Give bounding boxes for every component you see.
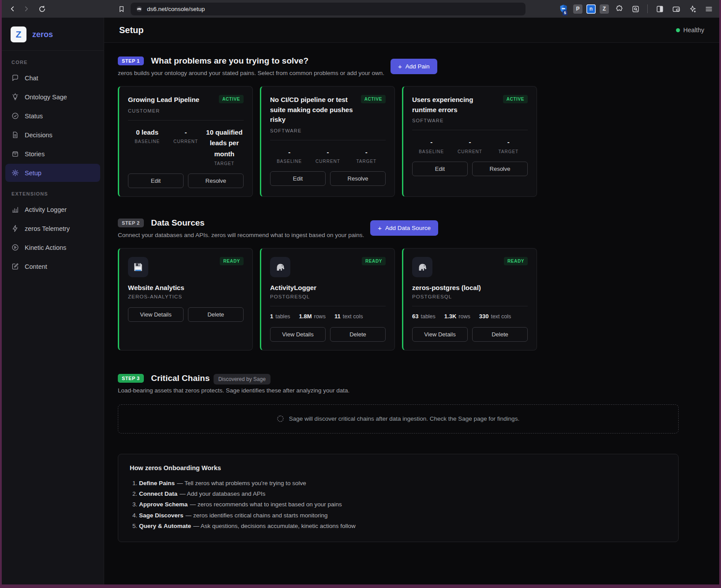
bookmark-icon[interactable]	[115, 2, 128, 15]
page-title: Setup	[119, 25, 144, 35]
wallet-icon[interactable]	[670, 3, 682, 15]
baseline-label: BASELINE	[128, 139, 166, 144]
current-value: -	[451, 137, 489, 148]
view-details-button[interactable]: View Details	[412, 327, 468, 342]
reload-icon[interactable]	[35, 2, 49, 15]
back-icon[interactable]	[6, 2, 19, 15]
main-panel: Setup Healthy STEP 1 What problems are y…	[104, 18, 719, 584]
ready-badge: READY	[362, 257, 386, 265]
url-bar[interactable]: ds6.net/console/setup	[131, 3, 526, 15]
view-details-button[interactable]: View Details	[128, 307, 184, 322]
pain-metrics: 0 leads BASELINE - CURRENT 10 qualified …	[128, 127, 244, 166]
url-text: ds6.net/console/setup	[147, 6, 205, 12]
target-label: TARGET	[489, 149, 528, 154]
resolve-button[interactable]: Resolve	[330, 171, 386, 186]
source-type: POSTGRESQL	[270, 294, 386, 299]
pain-title: Users experiencing runtime errors	[412, 95, 499, 115]
document-icon	[11, 131, 19, 139]
health-label: Healthy	[683, 26, 704, 34]
extension-n-icon[interactable]: n	[586, 4, 596, 14]
ai-sparkle-icon[interactable]	[686, 3, 698, 15]
extension-p-icon[interactable]: P	[573, 4, 582, 14]
delete-button[interactable]: Delete	[188, 307, 244, 322]
section-pains: STEP 1 What problems are you trying to s…	[118, 56, 679, 197]
stat-rows: 1.3Krows	[444, 313, 470, 320]
plus-icon: +	[378, 225, 382, 231]
sidebar-item-ontology-sage[interactable]: Ontology Sage	[5, 88, 100, 106]
lightning-icon	[11, 225, 19, 232]
onboarding-info-box: How zeros Onboarding Works Define Pains—…	[118, 454, 679, 542]
health-dot-icon	[676, 28, 680, 32]
empty-message: Sage will discover critical chains after…	[289, 415, 519, 422]
add-data-source-button[interactable]: + Add Data Source	[370, 220, 438, 236]
pain-metrics: - BASELINE - CURRENT - T	[270, 147, 386, 164]
current-label: CURRENT	[451, 149, 489, 154]
onboarding-title: How zeros Onboarding Works	[130, 464, 667, 471]
extension-z-icon[interactable]: Z	[600, 4, 609, 14]
source-type: POSTGRESQL	[412, 294, 528, 299]
bar-chart-icon	[11, 206, 19, 213]
baseline-value: -	[412, 137, 451, 148]
page-header: Setup Healthy	[104, 18, 719, 43]
step3-subtitle: Load-bearing assets that zeros protects.…	[118, 387, 349, 394]
extensions-puzzle-icon[interactable]	[613, 3, 625, 15]
delete-button[interactable]: Delete	[472, 327, 528, 342]
target-value: 10 qualified leads per month	[205, 127, 244, 160]
resolve-button[interactable]: Resolve	[188, 173, 244, 188]
brand[interactable]: Z zeros	[2, 18, 104, 51]
forward-icon[interactable]	[19, 2, 33, 15]
source-type: ZEROS-ANALYTICS	[128, 294, 244, 299]
sidebar-item-label: Content	[25, 263, 47, 270]
delete-button[interactable]: Delete	[330, 327, 386, 342]
edit-button[interactable]: Edit	[270, 171, 326, 186]
add-pain-button[interactable]: + Add Pain	[391, 59, 437, 74]
pain-title: Growing Lead Pipeline	[128, 95, 214, 105]
shield-extension-icon[interactable]: 5	[559, 4, 569, 14]
sidebar-toggle-icon[interactable]	[653, 3, 666, 15]
onboarding-step: Connect Data— Add your databases and API…	[139, 489, 667, 499]
sidebar-item-kinetic-actions[interactable]: Kinetic Actions	[5, 238, 100, 256]
sidebar-item-zeros-telemetry[interactable]: zeros Telemetry	[5, 219, 100, 237]
sidebar-item-stories[interactable]: Stories	[5, 145, 100, 163]
containers-icon[interactable]	[629, 3, 642, 15]
sidebar-item-label: Kinetic Actions	[25, 244, 66, 251]
sidebar-item-activity-logger[interactable]: Activity Logger	[5, 200, 100, 219]
elephant-icon	[412, 257, 432, 277]
current-value: -	[166, 127, 205, 138]
sidebar-item-setup[interactable]: Setup	[5, 164, 100, 182]
source-stats: 1tables 1.8Mrows 11text cols	[270, 306, 386, 320]
stat-rows: 1.8Mrows	[299, 313, 326, 320]
menu-hamburger-icon[interactable]	[702, 3, 715, 15]
current-label: CURRENT	[308, 159, 347, 164]
page-content: STEP 1 What problems are you trying to s…	[104, 43, 719, 584]
sidebar: Z zeros CORE Chat Ontology Sage Status D…	[2, 18, 104, 584]
edit-button[interactable]: Edit	[128, 173, 184, 188]
onboarding-step: Sage Discovers— zeros identifies critica…	[139, 510, 667, 521]
toolbar-separator	[647, 4, 648, 13]
pain-category: SOFTWARE	[270, 128, 386, 133]
onboarding-steps: Define Pains— Tell zeros what problems y…	[139, 478, 667, 531]
sidebar-item-decisions[interactable]: Decisions	[5, 126, 100, 144]
sidebar-item-status[interactable]: Status	[5, 107, 100, 125]
stat-tables: 63tables	[412, 313, 436, 320]
gear-icon	[11, 169, 19, 177]
step1-title: What problems are you trying to solve?	[151, 56, 308, 65]
edit-button[interactable]: Edit	[412, 162, 468, 176]
sidebar-item-label: Stories	[25, 151, 45, 158]
resolve-button[interactable]: Resolve	[472, 162, 528, 176]
divider	[128, 120, 244, 121]
play-circle-icon	[11, 244, 19, 251]
view-details-button[interactable]: View Details	[270, 327, 326, 342]
divider	[270, 140, 386, 140]
source-card: READY zeros-postgres (local) POSTGRESQL …	[402, 248, 537, 351]
target-value: -	[347, 147, 386, 158]
sidebar-item-content[interactable]: Content	[5, 257, 100, 275]
step2-title: Data Sources	[151, 218, 204, 227]
status-badge: ACTIVE	[503, 95, 528, 103]
target-label: TARGET	[347, 159, 386, 164]
current-label: CURRENT	[166, 139, 205, 144]
toolbar-extensions: 5 P n Z	[559, 3, 715, 15]
step1-subtitle: zeros builds your ontology around your s…	[118, 70, 384, 76]
browser-toolbar: ds6.net/console/setup 5 P n Z	[2, 0, 719, 18]
sidebar-item-chat[interactable]: Chat	[5, 69, 100, 87]
